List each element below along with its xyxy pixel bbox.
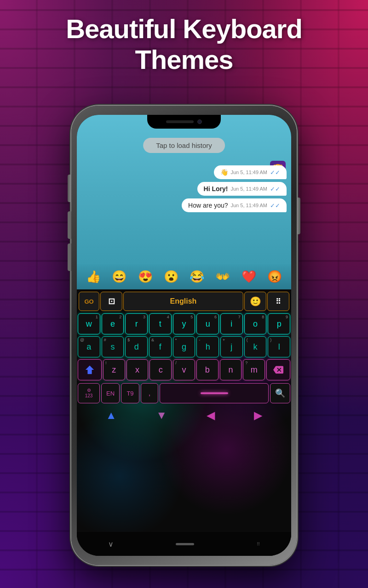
key-j[interactable]: +j <box>220 336 243 357</box>
comma-key[interactable]: , <box>141 383 158 403</box>
page-title: Beautiful Keyboard Themes <box>0 14 368 75</box>
keyboard-row-3: !z x c /v b n ?m <box>78 359 290 380</box>
key-v[interactable]: /v <box>173 359 195 380</box>
key-z[interactable]: !z <box>103 359 125 380</box>
message-1: 👋 Jun 5, 11:49 AM ✓✓ <box>214 165 287 179</box>
nav-right-arrow[interactable]: ▶ <box>254 409 262 422</box>
keyboard-toolbar: GO ⊡ English 🙂 ⠿ <box>77 289 291 313</box>
emoji-surprised[interactable]: 😮 <box>164 270 178 284</box>
keyboard-area: GO ⊡ English 🙂 ⠿ <box>77 289 291 556</box>
backspace-icon <box>273 365 283 375</box>
en-key[interactable]: EN <box>101 383 120 403</box>
emoji-angry[interactable]: 😡 <box>267 270 282 284</box>
apps-button[interactable]: ⠿ <box>267 292 289 311</box>
key-l[interactable]: )l <box>268 336 290 357</box>
phone-frame: Tap to load history 🏆 👋 Jun 5, 11:49 AM … <box>71 106 297 565</box>
speaker <box>166 120 194 123</box>
emoji-laugh[interactable]: 😄 <box>112 270 126 284</box>
shift-key[interactable] <box>78 359 102 380</box>
key-f[interactable]: &f <box>149 336 172 357</box>
t9-key[interactable]: T9 <box>121 383 139 403</box>
spacebar[interactable] <box>160 383 269 403</box>
key-r[interactable]: 3r <box>125 313 148 334</box>
keyboard-row-4: ⚙123 EN T9 , <box>78 383 290 403</box>
emoji-heart-eyes[interactable]: 😍 <box>138 270 153 284</box>
keyboard-nav-row: ▲ ▼ ◀ ▶ <box>77 403 291 427</box>
message-2: Hi Lory! Jun 5, 11:49 AM ✓✓ <box>197 182 287 196</box>
key-i[interactable]: 7i <box>220 313 243 334</box>
nav-up-arrow[interactable]: ▲ <box>106 409 117 422</box>
key-p[interactable]: 9p <box>268 313 290 334</box>
home-indicator[interactable] <box>176 543 194 545</box>
key-a[interactable]: @a <box>78 336 100 357</box>
nav-back-icon[interactable]: ∨ <box>108 540 114 548</box>
emoji-picker-button[interactable]: 🙂 <box>244 292 266 311</box>
phone-screen: Tap to load history 🏆 👋 Jun 5, 11:49 AM … <box>77 115 291 556</box>
emoji-heart[interactable]: ❤️ <box>242 270 256 284</box>
message-3: How are you? Jun 5, 11:49 AM ✓✓ <box>182 198 287 212</box>
key-c[interactable]: c <box>150 359 172 380</box>
keyboard-row-1: 1w 2e 3r 4t 5y 6u 7i 8o 9p <box>78 313 290 334</box>
key-b[interactable]: b <box>196 359 218 380</box>
chat-messages: 👋 Jun 5, 11:49 AM ✓✓ Hi Lory! Jun 5, 11:… <box>182 165 287 212</box>
keyboard-row-2: @a #s $d &f *g -h +j (k )l <box>78 336 290 357</box>
emoji-thumbsup[interactable]: 👍 <box>86 270 101 284</box>
key-h[interactable]: -h <box>196 336 219 357</box>
key-s[interactable]: #s <box>102 336 124 357</box>
phone-mockup: Tap to load history 🏆 👋 Jun 5, 11:49 AM … <box>71 106 297 565</box>
key-n[interactable]: n <box>220 359 242 380</box>
emoji-row: 👍 😄 😍 😮 😂 👐 ❤️ 😡 <box>77 264 291 289</box>
phone-notch <box>147 115 221 129</box>
tap-history-button[interactable]: Tap to load history <box>143 138 225 153</box>
keyboard-rows: 1w 2e 3r 4t 5y 6u 7i 8o 9p @a #s $ <box>77 313 291 403</box>
key-e[interactable]: 2e <box>102 313 124 334</box>
key-u[interactable]: 6u <box>196 313 219 334</box>
key-k[interactable]: (k <box>244 336 267 357</box>
go-button[interactable]: GO <box>79 292 99 311</box>
title-area: Beautiful Keyboard Themes <box>0 14 368 75</box>
emoji-lol[interactable]: 😂 <box>190 270 204 284</box>
emoji-hands[interactable]: 👐 <box>215 270 230 284</box>
language-button[interactable]: English <box>123 292 243 311</box>
key-g[interactable]: *g <box>173 336 196 357</box>
key-t[interactable]: 4t <box>149 313 172 334</box>
nav-down-arrow[interactable]: ▼ <box>156 409 167 422</box>
nav-recents-icon[interactable]: ⠿ <box>257 542 260 547</box>
clipboard-button[interactable]: ⊡ <box>100 292 122 311</box>
search-key[interactable]: 🔍 <box>270 383 290 403</box>
key-x[interactable]: x <box>126 359 149 380</box>
shift-icon <box>85 365 95 375</box>
num-sym-key[interactable]: ⚙123 <box>78 383 100 403</box>
key-m[interactable]: ?m <box>243 359 265 380</box>
key-o[interactable]: 8o <box>244 313 267 334</box>
phone-nav-bar: ∨ ⠿ <box>77 532 291 556</box>
key-y[interactable]: 5y <box>173 313 196 334</box>
nav-left-arrow[interactable]: ◀ <box>207 409 215 422</box>
chat-area: Tap to load history 🏆 👋 Jun 5, 11:49 AM … <box>77 115 291 271</box>
key-d[interactable]: $d <box>125 336 148 357</box>
key-w[interactable]: 1w <box>78 313 100 334</box>
search-icon: 🔍 <box>275 388 285 398</box>
backspace-key[interactable] <box>266 359 290 380</box>
camera <box>197 119 202 124</box>
